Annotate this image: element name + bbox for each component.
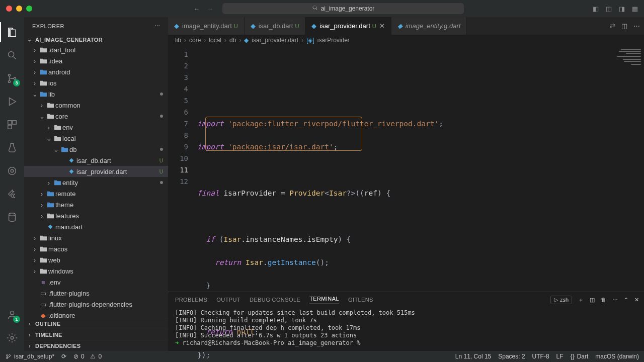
tab-isar_db.dart[interactable]: ◆isar_db.dartU xyxy=(245,17,306,35)
settings-icon[interactable] xyxy=(0,328,24,348)
tree-item-isar_db.dart[interactable]: isar_db.dartU xyxy=(24,155,168,166)
svg-point-11 xyxy=(11,336,14,339)
panel-tab-output[interactable]: OUTPUT xyxy=(216,297,240,303)
explorer-icon[interactable] xyxy=(0,22,24,42)
activitybar: 3 1 xyxy=(0,17,24,351)
forward-arrow-icon[interactable]: → xyxy=(207,5,213,13)
minimize-window[interactable] xyxy=(16,6,22,12)
file-tree: ›.dart_tool›.idea›android›ios⌄lib›common… xyxy=(24,44,168,318)
dependencies-section[interactable]: ›DEPENDENCIES xyxy=(24,340,168,351)
minimap[interactable] xyxy=(614,46,644,292)
tree-item-.env[interactable]: ≡.env xyxy=(24,277,168,288)
layout-left-icon[interactable]: ◧ xyxy=(593,5,599,13)
tree-item-.dart_tool[interactable]: ›.dart_tool xyxy=(24,44,168,55)
close-tab-icon[interactable]: ✕ xyxy=(379,22,385,30)
tree-item-android[interactable]: ›android xyxy=(24,66,168,77)
tree-item-entity[interactable]: ›entity xyxy=(24,177,168,188)
gutter: 123456 789101112 xyxy=(168,46,197,292)
close-window[interactable] xyxy=(6,6,12,12)
sync-icon[interactable]: ⟳ xyxy=(61,353,66,360)
tab-isar_provider.dart[interactable]: ◆isar_provider.dartU✕ xyxy=(305,17,391,35)
terminal-shell[interactable]: ▷ zsh xyxy=(550,296,572,304)
layout-right-icon[interactable]: ◨ xyxy=(619,5,625,13)
account-icon[interactable]: 1 xyxy=(0,305,24,325)
search-activitybar-icon[interactable] xyxy=(0,45,24,65)
tree-item-.gitignore[interactable]: ◆.gitignore xyxy=(24,310,168,318)
more-tabs-icon[interactable]: ⋯ xyxy=(633,22,640,30)
tree-item-core[interactable]: ⌄core xyxy=(24,111,168,122)
tree-item-features[interactable]: ›features xyxy=(24,210,168,221)
tree-item-lib[interactable]: ⌄lib xyxy=(24,88,168,100)
titlebar: ← → ai_image_generator ◧ ◫ ◨ ▦ xyxy=(0,0,644,17)
split-icon[interactable]: ◫ xyxy=(621,22,627,30)
tree-item-macos[interactable]: ›macos xyxy=(24,243,168,254)
git-branch[interactable]: isar_db_setup* xyxy=(5,353,54,360)
timeline-section[interactable]: ›TIMELINE xyxy=(24,329,168,340)
tree-item-.flutter-plugins[interactable]: ▭.flutter-plugins xyxy=(24,288,168,299)
tree-item-remote[interactable]: ›remote xyxy=(24,188,168,199)
database-icon[interactable] xyxy=(0,207,24,227)
flutter-icon[interactable] xyxy=(0,184,24,204)
traffic-lights xyxy=(6,6,32,12)
outline-section[interactable]: ›OUTLINE xyxy=(24,318,168,329)
debug-icon[interactable] xyxy=(0,92,24,112)
testing-icon[interactable] xyxy=(0,138,24,158)
code-content[interactable]: import 'package:flutter_riverpod/flutter… xyxy=(197,46,614,292)
svg-point-0 xyxy=(9,52,14,57)
tree-item-linux[interactable]: ›linux xyxy=(24,232,168,243)
svg-point-9 xyxy=(9,213,16,216)
tree-item-.idea[interactable]: ›.idea xyxy=(24,55,168,66)
maximize-window[interactable] xyxy=(26,6,32,12)
gitlens-icon[interactable] xyxy=(0,161,24,181)
nav-arrows: ← → xyxy=(193,5,213,13)
close-panel-icon[interactable]: ✕ xyxy=(634,297,639,303)
account-badge: 1 xyxy=(13,316,20,323)
panel-tab-terminal[interactable]: TERMINAL xyxy=(309,296,339,304)
extensions-icon[interactable] xyxy=(0,115,24,135)
split-terminal-icon[interactable]: ◫ xyxy=(590,297,595,303)
problems-count[interactable]: ⊘ 0 ⚠ 0 xyxy=(73,353,102,360)
tree-item-main.dart[interactable]: main.dart xyxy=(24,221,168,232)
tree-item-.flutter-plugins-dependencies[interactable]: ▭.flutter-plugins-dependencies xyxy=(24,299,168,310)
layout-bottom-icon[interactable]: ◫ xyxy=(606,5,612,13)
panel-tabs: PROBLEMS OUTPUT DEBUG CONSOLE TERMINAL G… xyxy=(168,292,644,307)
tab-image_entity.dart[interactable]: ◆image_entity.dartU xyxy=(168,17,245,35)
sidebar-title: EXPLORER ⋯ xyxy=(24,17,168,35)
panel-tab-debug[interactable]: DEBUG CONSOLE xyxy=(250,297,300,303)
svg-rect-4 xyxy=(8,121,12,124)
code-editor[interactable]: 123456 789101112 import 'package:flutter… xyxy=(168,46,644,292)
editor-tabs: ◆image_entity.dartU◆isar_db.dartU◆isar_p… xyxy=(168,17,644,35)
compare-icon[interactable]: ⇄ xyxy=(610,22,615,30)
maximize-panel-icon[interactable]: ⌃ xyxy=(624,297,628,303)
scm-badge: 3 xyxy=(13,79,20,86)
breadcrumb[interactable]: lib› core› local› db› ◆isar_provider.dar… xyxy=(168,35,644,46)
tree-item-local[interactable]: ⌄local xyxy=(24,133,168,144)
svg-point-7 xyxy=(9,167,16,175)
tree-item-common[interactable]: ›common xyxy=(24,100,168,111)
trash-icon[interactable]: 🗑 xyxy=(601,297,606,303)
tree-item-windows[interactable]: ›windows xyxy=(24,265,168,277)
search-icon xyxy=(312,5,318,13)
project-header[interactable]: ⌄ AI_IMAGE_GENERATOR xyxy=(24,35,168,44)
more-icon[interactable]: ⋯ xyxy=(154,23,160,29)
svg-rect-5 xyxy=(13,121,16,124)
svg-point-10 xyxy=(10,311,14,315)
back-arrow-icon[interactable]: ← xyxy=(193,5,200,13)
tree-item-theme[interactable]: ›theme xyxy=(24,199,168,210)
chevron-down-icon: ⌄ xyxy=(26,36,33,43)
command-center[interactable]: ai_image_generator xyxy=(222,3,464,14)
editor-area: ◆image_entity.dartU◆isar_db.dartU◆isar_p… xyxy=(168,17,644,351)
more-panel-icon[interactable]: ⋯ xyxy=(612,297,618,303)
new-terminal-icon[interactable]: ＋ xyxy=(578,296,584,304)
source-control-icon[interactable]: 3 xyxy=(0,68,24,88)
svg-rect-6 xyxy=(8,125,12,129)
tree-item-env[interactable]: ›env xyxy=(24,122,168,133)
panel-tab-gitlens[interactable]: GITLENS xyxy=(348,297,373,303)
layout-grid-icon[interactable]: ▦ xyxy=(632,5,638,13)
tree-item-isar_provider.dart[interactable]: isar_provider.dartU xyxy=(24,166,168,177)
tree-item-web[interactable]: ›web xyxy=(24,254,168,265)
tab-image_entity.g.dart[interactable]: ◆image_entity.g.dart xyxy=(391,17,467,35)
tree-item-db[interactable]: ⌄db xyxy=(24,144,168,155)
panel-tab-problems[interactable]: PROBLEMS xyxy=(175,297,207,303)
tree-item-ios[interactable]: ›ios xyxy=(24,77,168,88)
